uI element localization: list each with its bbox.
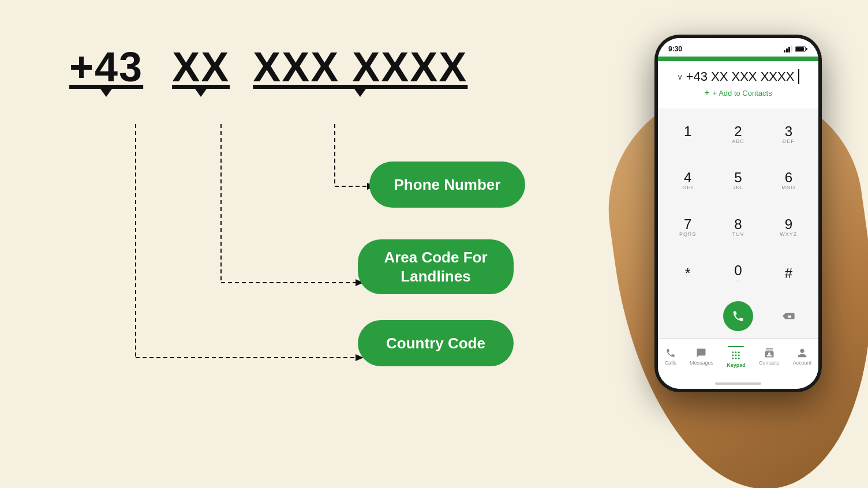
connector-lines: [46, 35, 566, 438]
svg-point-21: [738, 354, 740, 356]
svg-rect-11: [788, 47, 790, 52]
area-code-line1: Area Code For: [384, 249, 487, 266]
keypad-icon: [731, 350, 741, 361]
key-3[interactable]: 3 DEF: [765, 112, 813, 156]
account-icon: [797, 348, 807, 358]
active-indicator: [728, 346, 744, 347]
nav-contacts-label: Contacts: [759, 360, 780, 366]
key-7[interactable]: 7 PQRS: [664, 205, 712, 249]
svg-point-23: [735, 357, 737, 359]
delete-icon: [782, 311, 795, 321]
svg-point-19: [732, 354, 734, 356]
svg-rect-12: [791, 46, 792, 52]
delete-button[interactable]: [782, 311, 795, 321]
key-star[interactable]: *: [664, 251, 712, 296]
svg-point-16: [732, 351, 734, 353]
status-time: 9:30: [668, 45, 682, 53]
call-button[interactable]: [723, 301, 753, 331]
svg-rect-14: [796, 47, 804, 51]
nav-keypad[interactable]: Keypad: [727, 346, 746, 368]
phone-body: 9:30: [654, 35, 822, 392]
messages-icon: [696, 348, 706, 358]
cursor: [798, 69, 799, 84]
phone-screen: 9:30: [658, 38, 818, 389]
key-0[interactable]: 0 ·: [714, 251, 762, 296]
area-code-label: Area Code For Landlines: [358, 239, 514, 294]
svg-point-17: [735, 351, 737, 353]
nav-keypad-label: Keypad: [727, 362, 746, 368]
green-header-bar: [658, 57, 818, 61]
svg-rect-15: [806, 48, 807, 50]
signal-icon: [784, 46, 793, 52]
key-9[interactable]: 9 WXYZ: [765, 205, 813, 249]
bottom-nav: Calls Messages Keypad: [658, 338, 818, 378]
svg-point-18: [738, 351, 740, 353]
call-icon: [732, 310, 744, 322]
status-icons: [784, 46, 808, 52]
nav-calls-label: Calls: [665, 360, 676, 366]
key-4[interactable]: 4 GHI: [664, 159, 712, 203]
battery-icon: [795, 46, 808, 52]
key-5[interactable]: 5 JKL: [714, 159, 762, 203]
nav-calls[interactable]: Calls: [665, 348, 676, 366]
keypad: 1 2 ABC 3 DEF 4 GHI 5 JKL: [658, 108, 818, 338]
phone-number-label: Phone Number: [369, 162, 525, 208]
key-6[interactable]: 6 MNO: [765, 159, 813, 203]
add-to-contacts[interactable]: + + Add to Contacts: [667, 84, 809, 104]
svg-point-24: [738, 357, 740, 359]
svg-rect-10: [786, 48, 788, 52]
nav-account-label: Account: [793, 360, 812, 366]
status-bar: 9:30: [658, 38, 818, 57]
chevron-icon[interactable]: ∨: [677, 72, 683, 81]
key-2[interactable]: 2 ABC: [714, 112, 762, 156]
country-code-label: Country Code: [358, 320, 514, 366]
svg-point-22: [732, 357, 734, 359]
home-bar: [715, 382, 761, 385]
nav-messages-label: Messages: [690, 360, 713, 366]
contacts-icon: [764, 348, 775, 358]
svg-point-20: [735, 354, 737, 356]
nav-account[interactable]: Account: [793, 348, 812, 366]
dialer-number: ∨ +43 XX XXX XXXX: [667, 69, 809, 84]
nav-contacts[interactable]: Contacts: [759, 348, 780, 366]
phone-mockup: 9:30: [637, 35, 856, 467]
dialer-number-text: +43 XX XXX XXXX: [686, 69, 795, 84]
key-1[interactable]: 1: [664, 112, 712, 156]
key-hash[interactable]: #: [765, 251, 813, 296]
key-empty: [664, 298, 712, 335]
nav-messages[interactable]: Messages: [690, 348, 713, 366]
key-8[interactable]: 8 TUV: [714, 205, 762, 249]
svg-rect-9: [784, 50, 785, 52]
diagram-area: +43 XX XXX XXXX Phone Number Area Cod: [46, 35, 566, 438]
plus-icon: +: [704, 88, 709, 98]
dialer-display: ∨ +43 XX XXX XXXX + + Add to Contacts: [658, 61, 818, 108]
calls-icon: [665, 348, 676, 358]
home-indicator: [658, 378, 818, 389]
add-contacts-text: + Add to Contacts: [713, 89, 772, 97]
area-code-line2: Landlines: [401, 268, 470, 286]
